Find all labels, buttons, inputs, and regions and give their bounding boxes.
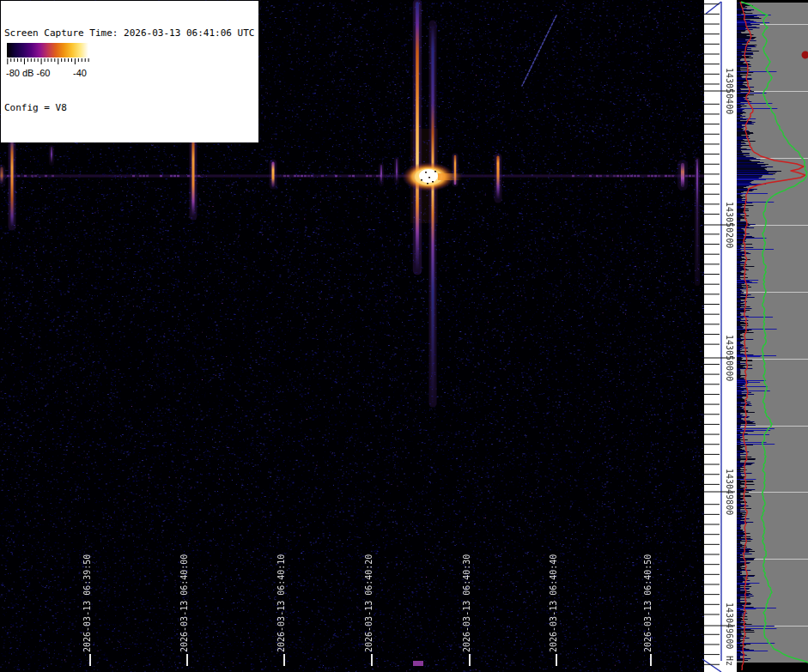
frequency-label: 143050400 bbox=[724, 68, 734, 114]
spectrum-panel bbox=[737, 0, 808, 672]
colorbar-label-left: -80 dB -60 bbox=[6, 68, 50, 78]
time-label: 2026-03-13 06:40:00 bbox=[179, 554, 189, 652]
colorbar: -80 dB -60 -40 bbox=[4, 42, 93, 84]
frequency-unit-label: Hz bbox=[724, 656, 734, 666]
time-label: 2026-03-13 06:40:40 bbox=[549, 554, 558, 652]
time-tick bbox=[89, 654, 91, 666]
time-tick bbox=[650, 654, 652, 666]
colorbar-gradient bbox=[7, 43, 88, 58]
time-label: 2026-03-13 06:39:50 bbox=[82, 554, 92, 652]
frequency-label: 143049600 bbox=[724, 602, 734, 649]
time-tick bbox=[283, 654, 285, 666]
capture-config-text: Config = V8 bbox=[4, 102, 254, 115]
time-label: 2026-03-13 06:40:10 bbox=[276, 554, 286, 652]
frequency-label: 143049800 bbox=[724, 469, 734, 515]
time-tick bbox=[371, 654, 373, 666]
time-tick bbox=[556, 654, 557, 666]
colorbar-label-right: -40 bbox=[73, 68, 87, 78]
capture-time-text: Screen Capture Time: 2026-03-13 06:41:06… bbox=[4, 27, 254, 40]
time-tick bbox=[186, 654, 188, 666]
time-tick bbox=[469, 654, 471, 666]
time-label: 2026-03-13 06:40:50 bbox=[643, 554, 653, 652]
frequency-label: 143050000 bbox=[724, 335, 734, 381]
colorbar-ruler bbox=[7, 58, 90, 67]
spectrogram-screen: Screen Capture Time: 2026-03-13 06:41:06… bbox=[0, 0, 808, 672]
time-label: 2026-03-13 06:40:20 bbox=[364, 554, 374, 652]
time-label: 2026-03-13 06:40:30 bbox=[462, 554, 471, 652]
frequency-label: 143050200 bbox=[724, 202, 734, 248]
